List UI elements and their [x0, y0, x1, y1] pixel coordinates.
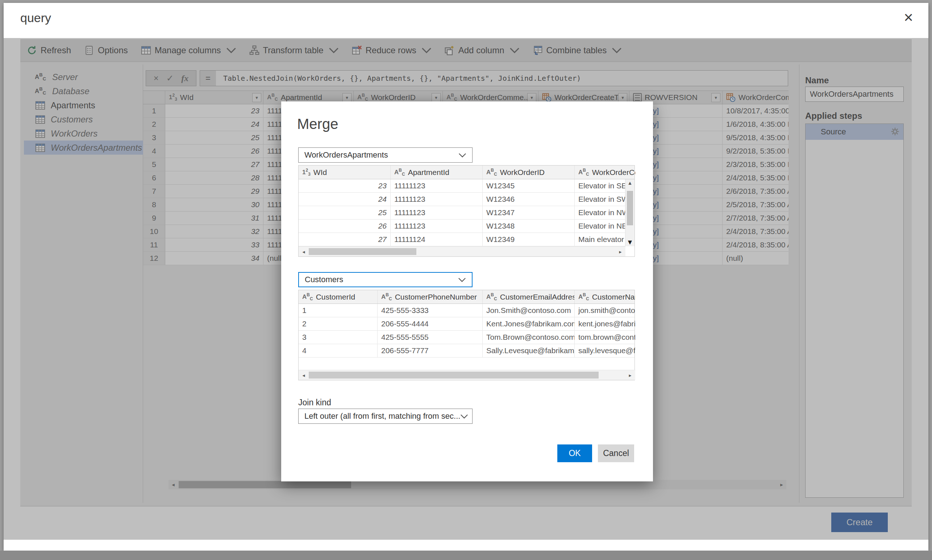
cell-customername: sally.levesque@fa [575, 344, 635, 357]
cell-wid: 23 [299, 179, 391, 192]
scroll-down-icon[interactable]: ▼ [625, 238, 635, 246]
scrollbar-thumb[interactable] [627, 191, 633, 225]
table-row[interactable]: 23 11111123 W12345 Elevator in SE [299, 179, 635, 193]
table-row[interactable]: 24 11111123 W12346 Elevator in SW [299, 193, 635, 206]
column-header-customeremailaddress: ABC CustomerEmailAddress [483, 290, 575, 303]
table-row[interactable]: 27 11111124 W12349 Main elevator [299, 233, 635, 246]
table-header-row: ABC CustomerId ABC CustomerPhoneNumber A… [299, 290, 635, 304]
cell-wid: 24 [299, 193, 391, 206]
number-type-icon: 123 [302, 168, 311, 176]
scrollbar-thumb[interactable] [309, 248, 416, 255]
page: query × Refresh Options Manage columns T… [0, 0, 932, 560]
first-table-dropdown[interactable]: WorkOrdersApartments [298, 148, 473, 163]
cell-customerphonenumber: 206-555-4444 [377, 317, 483, 330]
table-header-row: 123 WId ABC ApartmentId ABC WorkOrderID … [299, 166, 635, 179]
cell-customername: tom.brown@cont [575, 331, 635, 344]
window-title: query [20, 11, 51, 25]
scrollbar-thumb[interactable] [309, 372, 599, 378]
column-header-customerid: ABC CustomerId [299, 290, 377, 303]
join-kind-dropdown[interactable]: Left outer (all from first, matching fro… [298, 409, 473, 424]
cell-workorderid: W12346 [483, 193, 575, 206]
second-table-preview: ABC CustomerId ABC CustomerPhoneNumber A… [298, 290, 635, 380]
cell-workorderid: W12347 [483, 206, 575, 219]
text-type-icon: ABC [381, 293, 392, 301]
cell-workordercomment: Main elevator [575, 233, 625, 246]
text-type-icon: ABC [486, 168, 497, 176]
cell-workorderid: W12348 [483, 220, 575, 232]
chevron-down-icon [460, 414, 468, 419]
ok-button[interactable]: OK [557, 445, 592, 462]
table-row[interactable]: 3 425-555-5555 Tom.Brown@contoso.com tom… [299, 331, 635, 344]
cell-customeremailaddress: Jon.Smith@contoso.com [483, 304, 575, 317]
column-header-customername: ABC CustomerNam [575, 290, 635, 303]
title-bar: query × [4, 3, 928, 38]
first-table-preview: 123 WId ABC ApartmentId ABC WorkOrderID … [298, 165, 635, 257]
cell-workorderid: W12345 [483, 179, 575, 192]
column-header-apartmentid: ABC ApartmentId [391, 166, 483, 179]
scroll-right-icon[interactable]: ▸ [625, 372, 635, 378]
rows: 23 11111123 W12345 Elevator in SE 24 111… [299, 179, 635, 246]
scrollbar-track[interactable] [309, 370, 625, 380]
cancel-button[interactable]: Cancel [598, 445, 634, 462]
table-row[interactable]: 4 206-555-7777 Sally.Levesque@fabrikam.c… [299, 344, 635, 357]
second-table-dropdown[interactable]: Customers [298, 272, 473, 287]
cell-customerphonenumber: 425-555-5555 [377, 331, 483, 344]
dialog-title: Merge [297, 116, 338, 132]
text-type-icon: ABC [394, 168, 405, 176]
cell-apartmentid: 11111124 [391, 233, 483, 246]
text-type-icon: ABC [486, 293, 497, 301]
text-type-icon: ABC [578, 293, 589, 301]
chevron-down-icon [458, 277, 466, 282]
empty-rows-area [299, 357, 635, 370]
cell-customeremailaddress: Tom.Brown@contoso.com [483, 331, 575, 344]
table-row[interactable]: 1 425-555-3333 Jon.Smith@contoso.com jon… [299, 304, 635, 317]
scrollbar-track[interactable] [309, 247, 615, 257]
cell-customerphonenumber: 206-555-7777 [377, 344, 483, 357]
cell-customerid: 1 [299, 304, 377, 317]
column-header-workordercomment: ABC WorkOrderCo [575, 166, 635, 179]
join-kind-label: Join kind [298, 398, 331, 408]
chevron-down-icon [458, 153, 466, 158]
scroll-up-icon[interactable]: ▲ [625, 180, 635, 186]
horizontal-scrollbar[interactable]: ◂ ▸ [299, 246, 625, 257]
rows: 1 425-555-3333 Jon.Smith@contoso.com jon… [299, 304, 635, 357]
close-icon[interactable]: × [904, 9, 913, 25]
cell-wid: 25 [299, 206, 391, 219]
cell-customerphonenumber: 425-555-3333 [377, 304, 483, 317]
cell-customerid: 4 [299, 344, 377, 357]
cell-customerid: 3 [299, 331, 377, 344]
cell-workorderid: W12349 [483, 233, 575, 246]
horizontal-scrollbar[interactable]: ◂ ▸ [299, 370, 635, 380]
cell-apartmentid: 11111123 [391, 179, 483, 192]
column-header-wid: 123 WId [299, 166, 391, 179]
text-type-icon: ABC [578, 168, 589, 176]
cell-apartmentid: 11111123 [391, 193, 483, 206]
cell-customername: kent.jones@fabrik [575, 317, 635, 330]
scroll-right-icon[interactable]: ▸ [615, 249, 625, 255]
scroll-left-icon[interactable]: ◂ [299, 249, 309, 255]
query-editor-window: query × Refresh Options Manage columns T… [4, 3, 928, 551]
cell-workordercomment: Elevator in SW [575, 193, 625, 206]
column-header-customerphonenumber: ABC CustomerPhoneNumber [377, 290, 483, 303]
cell-wid: 26 [299, 220, 391, 232]
text-type-icon: ABC [302, 293, 313, 301]
table-rows: 23 11111123 W12345 Elevator in SE 24 111… [299, 179, 635, 246]
table-row[interactable]: 26 11111123 W12348 Elevator in NE [299, 220, 635, 233]
cell-customerid: 2 [299, 317, 377, 330]
cell-workordercomment: Elevator in NW [575, 206, 625, 219]
scroll-left-icon[interactable]: ◂ [299, 372, 309, 378]
table-row[interactable]: 25 11111123 W12347 Elevator in NW [299, 206, 635, 220]
cell-customername: jon.smith@contos [575, 304, 635, 317]
cell-wid: 27 [299, 233, 391, 246]
cell-workordercomment: Elevator in SE [575, 179, 625, 192]
column-header-workorderid: ABC WorkOrderID [483, 166, 575, 179]
cell-apartmentid: 11111123 [391, 220, 483, 232]
vertical-scrollbar[interactable]: ▲ ▼ [625, 179, 635, 246]
table-row[interactable]: 2 206-555-4444 Kent.Jones@fabrikam.com k… [299, 317, 635, 331]
cell-customeremailaddress: Sally.Levesque@fabrikam.c... [483, 344, 575, 357]
cell-workordercomment: Elevator in NE [575, 220, 625, 232]
merge-dialog: Merge WorkOrdersApartments 123 WId ABC A… [281, 102, 653, 482]
cell-customeremailaddress: Kent.Jones@fabrikam.com [483, 317, 575, 330]
cell-apartmentid: 11111123 [391, 206, 483, 219]
